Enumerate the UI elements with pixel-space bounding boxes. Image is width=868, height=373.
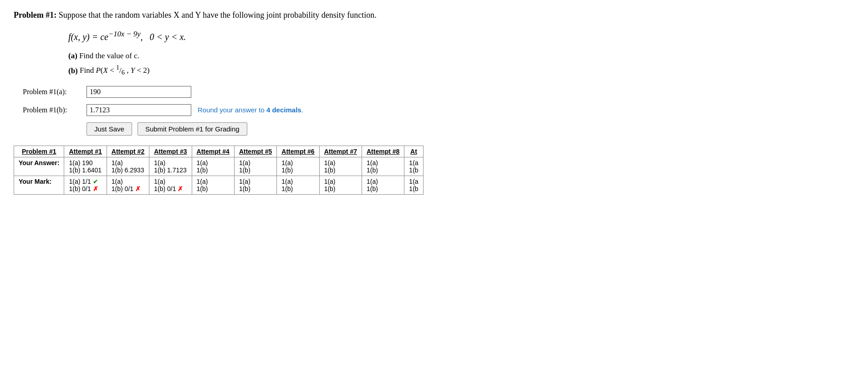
attempt-8-answer: 1(a)1(b) — [362, 157, 404, 176]
attempt-9-answer: 1(a1(b — [404, 157, 423, 176]
attempt-2-mark: 1(a)1(b) 0/1 ✗ — [107, 176, 149, 194]
col-header-2: Attempt #2 — [107, 146, 149, 157]
input-a-field[interactable] — [87, 86, 191, 98]
col-header-problem: Problem #1 — [14, 146, 64, 157]
buttons-row: Just Save Submit Problem #1 for Grading — [87, 122, 854, 136]
table-row-marks: Your Mark: 1(a) 1/1 ✔1(b) 0/1 ✗ 1(a)1(b)… — [14, 176, 424, 194]
attempt-5-mark: 1(a)1(b) — [234, 176, 276, 194]
input-b-field[interactable] — [87, 104, 191, 116]
attempt-7-answer: 1(a)1(b) — [319, 157, 362, 176]
input-b-row: Problem #1(b): Round your answer to 4 de… — [23, 104, 854, 116]
hint-text: Round your answer to 4 decimals. — [198, 106, 303, 114]
parts-block: (a) Find the value of c. (b) Find P(X < … — [68, 51, 854, 77]
attempt-3-answer: 1(a)1(b) 1.7123 — [149, 157, 192, 176]
attempt-6-mark: 1(a)1(b) — [277, 176, 319, 194]
col-header-4: Attempt #4 — [192, 146, 234, 157]
attempt-4-answer: 1(a)1(b) — [192, 157, 234, 176]
just-save-button[interactable]: Just Save — [87, 122, 132, 136]
formula-display: f(x, y) = ce−10x − 9y, 0 < y < x. — [68, 30, 854, 42]
part-b: (b) Find P(X < 1/6 , Y < 2) — [68, 64, 854, 77]
attempt-1-mark: 1(a) 1/1 ✔1(b) 0/1 ✗ — [64, 176, 107, 194]
col-header-7: Attempt #7 — [319, 146, 362, 157]
problem-description: Suppose that the random variables X and … — [59, 10, 377, 20]
problem-title: Problem #1: — [14, 10, 56, 20]
attempt-3-mark: 1(a)1(b) 0/1 ✗ — [149, 176, 192, 194]
attempt-5-answer: 1(a)1(b) — [234, 157, 276, 176]
table-row-answers: Your Answer: 1(a) 1901(b) 1.6401 1(a)1(b… — [14, 157, 424, 176]
input-a-label: Problem #1(a): — [23, 88, 87, 96]
input-b-label: Problem #1(b): — [23, 106, 87, 114]
attempts-table-container: Problem #1 Attempt #1 Attempt #2 Attempt… — [14, 146, 854, 195]
attempts-table: Problem #1 Attempt #1 Attempt #2 Attempt… — [14, 146, 854, 195]
row-label-mark: Your Mark: — [14, 176, 64, 194]
col-header-8: Attempt #8 — [362, 146, 404, 157]
problem-header: Problem #1: Suppose that the random vari… — [14, 9, 854, 21]
attempt-7-mark: 1(a)1(b) — [319, 176, 362, 194]
col-header-6: Attempt #6 — [277, 146, 319, 157]
attempt-2-answer: 1(a)1(b) 6.2933 — [107, 157, 149, 176]
row-label-answer: Your Answer: — [14, 157, 64, 176]
input-a-row: Problem #1(a): — [23, 86, 854, 98]
part-a: (a) Find the value of c. — [68, 51, 854, 60]
attempt-8-mark: 1(a)1(b) — [362, 176, 404, 194]
attempt-1-answer: 1(a) 1901(b) 1.6401 — [64, 157, 107, 176]
col-header-5: Attempt #5 — [234, 146, 276, 157]
attempt-4-mark: 1(a)1(b) — [192, 176, 234, 194]
attempt-6-answer: 1(a)1(b) — [277, 157, 319, 176]
col-header-9: At — [404, 146, 423, 157]
attempt-9-mark: 1(a1(b — [404, 176, 423, 194]
submit-button[interactable]: Submit Problem #1 for Grading — [138, 122, 247, 136]
col-header-1: Attempt #1 — [64, 146, 107, 157]
table-header-row: Problem #1 Attempt #1 Attempt #2 Attempt… — [14, 146, 424, 157]
col-header-3: Attempt #3 — [149, 146, 192, 157]
